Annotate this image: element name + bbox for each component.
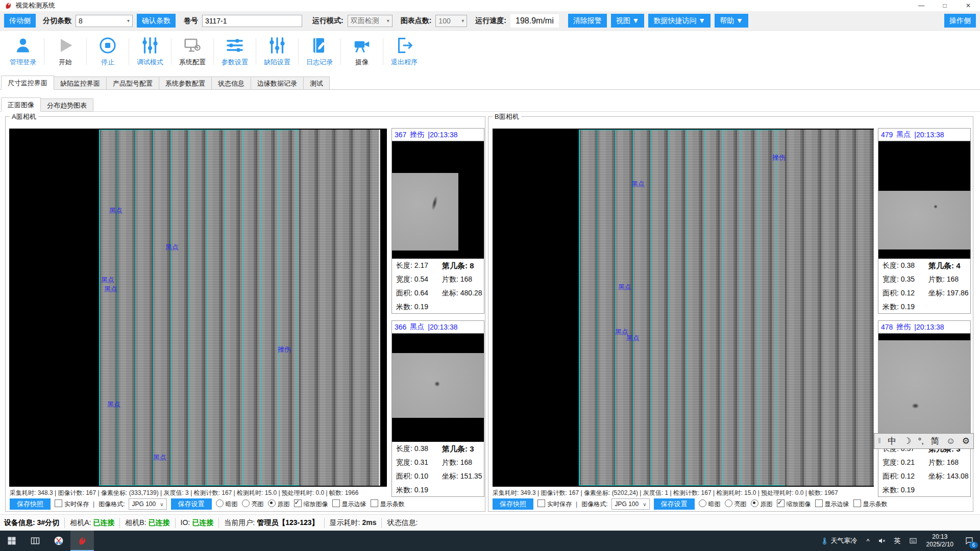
tab-main-0[interactable]: 尺寸监控界面 — [1, 76, 54, 90]
defect-thumbnail[interactable] — [878, 141, 970, 259]
defect-card-header: 479黑点|20:13:38 — [878, 129, 970, 141]
run-mode-select[interactable]: 双面检测 ▾ — [348, 15, 393, 27]
defect-label: 黑点 — [631, 180, 645, 189]
ime-chinese-mode[interactable]: 中 — [888, 434, 896, 448]
defect-thumbnail[interactable] — [392, 141, 484, 259]
tab-main-2[interactable]: 产品型号配置 — [107, 77, 159, 90]
save-settings-button[interactable]: 保存设置 — [171, 498, 212, 510]
sliders-vertical-icon — [268, 36, 286, 56]
realtime-save-checkbox[interactable]: 实时保存 — [55, 499, 89, 509]
defect-detail-cell: 宽度: 0.21 — [878, 456, 924, 469]
tab-main-3[interactable]: 系统参数配置 — [159, 77, 212, 90]
save-snapshot-button[interactable]: 保存快照 — [10, 498, 51, 510]
checkbox-icon — [294, 499, 302, 507]
hidden-icons-chevron[interactable]: ^ — [863, 531, 874, 551]
defect-spot — [912, 403, 919, 409]
display-mode-radio[interactable]: 暗图 — [699, 499, 721, 509]
status-value: 已连接 — [149, 518, 170, 527]
save-snapshot-button[interactable]: 保存快照 — [493, 498, 533, 510]
view-menu-button[interactable]: 视图 ▼ — [611, 14, 645, 28]
display-mode-radio[interactable]: 暗图 — [216, 499, 238, 509]
defect-thumbnail[interactable] — [392, 333, 484, 442]
ime-emoji-icon[interactable]: ☺ — [946, 434, 955, 448]
exit-program-button[interactable]: 退出程序 — [384, 36, 424, 67]
camera-image-b[interactable]: 挫伤黑点黑点黑点黑点 — [493, 129, 874, 487]
defect-detail-cell: 片数: 168 — [438, 272, 484, 286]
ime-settings-icon[interactable]: ⚙ — [962, 434, 970, 448]
help-menu-button[interactable]: 帮助 ▼ — [715, 14, 748, 28]
toolbar-divider — [298, 38, 299, 65]
data-quick-access-button[interactable]: 数据快捷访问 ▼ — [648, 14, 710, 28]
camera-image-a[interactable]: 黑点黑点黑点黑点挫伤黑点黑点 — [9, 129, 387, 487]
param-settings-button[interactable]: 参数设置 — [215, 36, 255, 67]
display-mode-radio[interactable]: 亮图 — [242, 499, 264, 509]
start-button[interactable]: 开始 — [45, 36, 85, 67]
input-language-indicator[interactable]: 英 — [890, 531, 905, 551]
task-view-button[interactable] — [23, 531, 47, 551]
notification-center-button[interactable]: 6 — [959, 531, 980, 551]
display-option-checkbox[interactable]: 显示条数 — [371, 499, 405, 509]
toolbar-divider — [383, 38, 383, 65]
snipping-tool-button[interactable] — [47, 531, 70, 551]
tab-main-4[interactable]: 状态信息 — [212, 77, 251, 90]
tab-main-6[interactable]: 测试 — [304, 77, 330, 90]
tab-main-1[interactable]: 缺陷监控界面 — [54, 77, 107, 90]
ime-simplified-mode[interactable]: 简 — [930, 434, 939, 448]
realtime-save-checkbox[interactable]: 实时保存 — [537, 499, 572, 509]
defect-details: 长度: 0.57第几条: 3宽度: 0.21片数: 168面积: 0.12坐标:… — [878, 442, 970, 497]
display-mode-radio[interactable]: 原图 — [751, 499, 773, 509]
maximize-button[interactable]: □ — [933, 0, 957, 11]
tab-main-5[interactable]: 边缘数据记录 — [251, 77, 304, 90]
defect-card: 367挫伤|20:13:38长度: 2.17第几条: 8宽度: 0.54片数: … — [391, 128, 484, 314]
roll-number-input[interactable] — [202, 15, 302, 27]
ime-handle-icon[interactable]: ‖ — [878, 434, 881, 448]
debug-mode-button[interactable]: 调试模式 — [130, 36, 170, 67]
ime-moon-icon[interactable]: ☽ — [903, 434, 911, 448]
image-format-select[interactable]: JPG 100∨ — [129, 498, 166, 510]
status-label: 相机B: — [125, 518, 146, 527]
operator-side-button[interactable]: 操作侧 — [944, 14, 976, 28]
app-window: 视觉检测系统 — □ ✕ 传动侧 分切条数 8 ▾ 确认条数 卷号 运行模式: … — [0, 0, 980, 551]
chevron-down-icon: ▾ — [124, 18, 130, 23]
display-option-checkbox[interactable]: 缩放图像 — [294, 499, 328, 509]
display-option-checkbox[interactable]: 显示边缘 — [332, 499, 366, 509]
display-mode-radio[interactable]: 原图 — [268, 499, 290, 509]
defect-detail-row: 面积: 0.12坐标: 143.08 — [878, 469, 970, 483]
tab-sub-0[interactable]: 正面图像 — [1, 97, 41, 112]
confirm-count-button[interactable]: 确认条数 — [137, 14, 176, 28]
admin-login-button[interactable]: 管理登录 — [3, 36, 43, 67]
display-option-checkbox[interactable]: 显示条数 — [853, 499, 888, 509]
chart-points-select[interactable]: 100 ▾ — [435, 15, 467, 27]
close-button[interactable]: ✕ — [957, 0, 980, 11]
slit-count-value: 8 — [79, 17, 83, 25]
clock[interactable]: 20:13 2025/2/10 — [921, 533, 959, 548]
log-record-button[interactable]: 日志记录 — [300, 36, 339, 67]
system-config-button[interactable]: 系统配置 — [173, 36, 212, 67]
defect-thumbnail[interactable] — [878, 333, 970, 442]
display-mode-radio[interactable]: 亮图 — [725, 499, 747, 509]
save-settings-button[interactable]: 保存设置 — [654, 498, 695, 510]
app-taskbar-button[interactable] — [70, 531, 94, 551]
ime-punctuation-mode[interactable]: °, — [918, 434, 924, 448]
start-button[interactable] — [0, 531, 23, 551]
status-separator — [218, 518, 219, 528]
image-format-select[interactable]: JPG 100∨ — [611, 498, 649, 510]
main-toolbar: 传动侧 分切条数 8 ▾ 确认条数 卷号 运行模式: 双面检测 ▾ 图表点数: … — [0, 11, 980, 31]
radio-label: 原图 — [278, 500, 290, 508]
stop-button[interactable]: 停止 — [88, 36, 128, 67]
touch-keyboard-icon[interactable] — [905, 531, 921, 551]
minimize-button[interactable]: — — [910, 0, 933, 11]
display-option-checkbox[interactable]: 缩放图像 — [777, 499, 811, 509]
clear-alarm-button[interactable]: 清除报警 — [568, 14, 607, 28]
tab-sub-1[interactable]: 分布趋势图表 — [41, 98, 93, 112]
capture-button[interactable]: 摄像 — [342, 36, 382, 67]
status-value: 已连接 — [192, 518, 213, 527]
weather-widget[interactable]: 天气寒冷 — [816, 536, 863, 545]
defect-settings-button[interactable]: 缺陷设置 — [257, 36, 297, 67]
drive-side-button[interactable]: 传动侧 — [4, 14, 36, 28]
sliders-vertical-icon — [141, 36, 159, 56]
material-patch — [878, 191, 970, 249]
display-option-checkbox[interactable]: 显示边缘 — [815, 499, 849, 509]
volume-muted-icon[interactable] — [874, 531, 890, 551]
slit-count-select[interactable]: 8 ▾ — [76, 15, 133, 27]
